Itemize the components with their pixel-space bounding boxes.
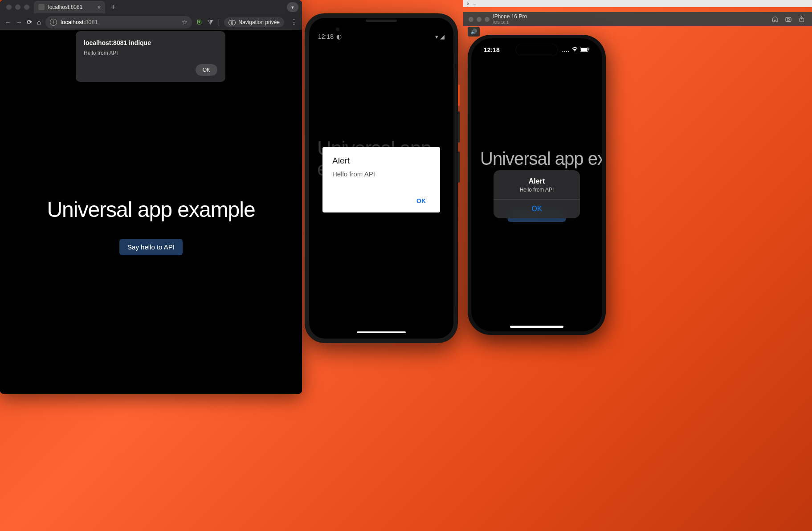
- power-button[interactable]: [458, 85, 460, 106]
- volume-up-button[interactable]: [458, 111, 460, 143]
- dynamic-island: [515, 44, 558, 56]
- window-zoom-icon[interactable]: [485, 17, 490, 22]
- overflow-menu-button[interactable]: ⋮: [290, 18, 298, 26]
- iphone-screen: 12:18 .... Universal app ex Say hello to…: [471, 38, 602, 331]
- xcode-window-strip: × –: [463, 0, 812, 7]
- say-hello-button[interactable]: Say hello to API: [119, 239, 183, 255]
- back-button: ←: [4, 18, 11, 26]
- minimize-icon[interactable]: –: [473, 1, 476, 6]
- volume-down-button[interactable]: [458, 151, 460, 183]
- address-bar[interactable]: i localhost:8081 ☆: [45, 16, 192, 29]
- alert-message: Hello from API: [84, 50, 217, 56]
- home-icon[interactable]: [770, 14, 780, 24]
- close-icon[interactable]: ×: [467, 1, 472, 6]
- screenshot-icon[interactable]: [783, 14, 793, 24]
- alert-title: Alert: [499, 177, 575, 185]
- browser-tab[interactable]: localhost:8081 ×: [34, 1, 105, 13]
- svg-rect-5: [588, 48, 589, 50]
- alert-ok-button[interactable]: OK: [494, 200, 580, 218]
- simulator-title-group: iPhone 16 Pro iOS 18.1: [493, 14, 527, 24]
- page-title: Universal app example: [47, 197, 255, 222]
- window-close-icon[interactable]: [469, 17, 473, 22]
- wifi-icon: [571, 47, 578, 53]
- alert-message: Hello from API: [499, 187, 575, 193]
- site-info-icon[interactable]: i: [50, 19, 57, 26]
- browser-toolbar: ← → ⟳ ⌂ i localhost:8081 ☆ ⛨ ⧩ | Navigat…: [0, 14, 302, 30]
- share-icon[interactable]: [797, 14, 807, 24]
- browser-viewport: Universal app example Say hello to API: [0, 30, 302, 394]
- forward-button: →: [16, 18, 22, 26]
- android-alert-dialog: Alert Hello from API OK: [322, 147, 440, 212]
- alert-message: Hello from API: [332, 170, 430, 178]
- device-name: iPhone 16 Pro: [493, 14, 527, 20]
- tab-overflow-button[interactable]: ▾: [287, 2, 298, 12]
- alert-title: localhost:8081 indique: [84, 39, 217, 46]
- chrome-browser-window: localhost:8081 × + ▾ ← → ⟳ ⌂ i localhost…: [0, 0, 302, 394]
- shield-icon[interactable]: ⛨: [196, 18, 203, 26]
- home-button[interactable]: ⌂: [37, 18, 41, 26]
- ios-alert-dialog: Alert Hello from API OK: [494, 170, 580, 218]
- status-time: 12:18: [484, 46, 500, 53]
- bookmark-star-icon[interactable]: ☆: [182, 18, 188, 26]
- js-alert-dialog: localhost:8081 indique Hello from API OK: [76, 31, 225, 82]
- battery-icon: [580, 47, 590, 53]
- tab-title: localhost:8081: [48, 4, 82, 10]
- window-traffic-lights[interactable]: [4, 4, 34, 10]
- window-zoom-icon[interactable]: [24, 4, 29, 10]
- alert-title: Alert: [332, 156, 430, 166]
- close-tab-icon[interactable]: ×: [97, 4, 101, 11]
- reload-button[interactable]: ⟳: [27, 18, 33, 26]
- private-label: Navigation privée: [238, 19, 280, 25]
- extensions-icon[interactable]: ⧩: [208, 18, 213, 26]
- android-device-frame: 12:18 ◐ ▾ ◢ Universal app e Alert Hello …: [305, 13, 458, 343]
- cellular-signal-icon: ....: [562, 47, 570, 53]
- svg-rect-0: [786, 17, 791, 21]
- url-text: localhost:8081: [61, 19, 98, 25]
- window-minimize-icon[interactable]: [477, 17, 481, 22]
- tab-strip: localhost:8081 × + ▾: [0, 0, 302, 14]
- traffic-lights[interactable]: [469, 17, 490, 22]
- svg-point-1: [787, 18, 789, 20]
- iphone-device-frame: 12:18 .... Universal app ex Say hello to…: [468, 35, 606, 335]
- window-close-icon[interactable]: [6, 4, 12, 10]
- page-title: Universal app ex: [480, 149, 602, 168]
- new-tab-button[interactable]: +: [108, 3, 118, 12]
- android-screen: 12:18 ◐ ▾ ◢ Universal app e Alert Hello …: [309, 18, 453, 339]
- home-indicator[interactable]: [357, 331, 406, 333]
- alert-ok-button[interactable]: OK: [196, 64, 217, 76]
- window-minimize-icon[interactable]: [15, 4, 20, 10]
- os-version: iOS 18.1: [493, 20, 527, 25]
- simulator-titlebar: iPhone 16 Pro iOS 18.1: [463, 12, 812, 26]
- private-browsing-badge[interactable]: Navigation privée: [224, 17, 284, 27]
- alert-ok-button[interactable]: OK: [412, 194, 430, 208]
- browser-chrome: localhost:8081 × + ▾ ← → ⟳ ⌂ i localhost…: [0, 0, 302, 30]
- home-indicator[interactable]: [510, 326, 563, 328]
- svg-rect-4: [581, 48, 588, 51]
- volume-hud-icon: 🔊: [468, 27, 480, 37]
- favicon-icon: [38, 4, 45, 10]
- incognito-mask-icon: [229, 20, 236, 25]
